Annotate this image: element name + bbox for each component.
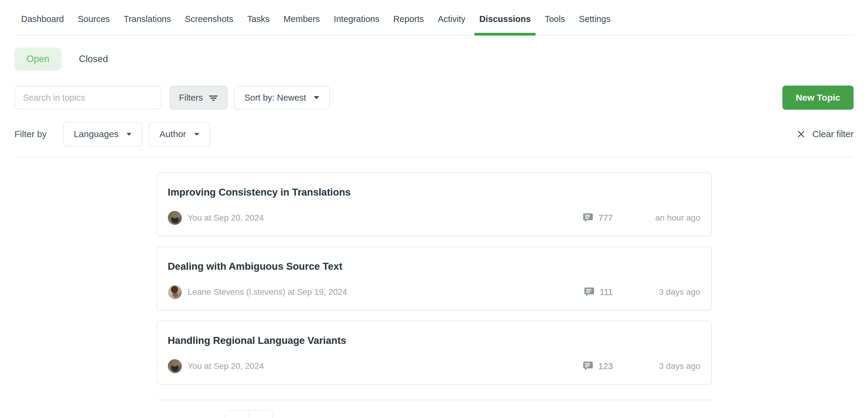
discussion-title: Dealing with Ambiguous Source Text [168, 260, 701, 272]
nav-item-discussions[interactable]: Discussions [479, 0, 531, 35]
nav-items: DashboardSourcesTranslationsScreenshotsT… [14, 0, 854, 35]
discussion-meta-row: You at Sep 20, 2024 123 3 days ago [168, 359, 701, 373]
nav-item-integrations[interactable]: Integrations [334, 0, 379, 35]
comment-bubble-icon [584, 287, 595, 297]
discussion-list: Improving Consistency in Translations Yo… [156, 172, 712, 385]
last-activity-time: 3 days ago [613, 361, 701, 371]
comment-count: 123 [598, 361, 613, 371]
languages-dropdown-label: Languages [74, 129, 119, 139]
languages-dropdown[interactable]: Languages [63, 122, 143, 147]
author-avatar-man-with-glasses [168, 359, 182, 373]
nav-item-settings[interactable]: Settings [579, 0, 611, 35]
next-page-button[interactable] [249, 411, 273, 418]
pagination: 1-3 out of 3 [156, 410, 712, 418]
nav-item-tools[interactable]: Tools [545, 0, 565, 35]
comment-count-group: 123 [583, 361, 613, 372]
toolbar: Filters Sort by: Newest New Topic [14, 86, 854, 110]
tab-open[interactable]: Open [14, 47, 61, 70]
comment-bubble-icon [583, 213, 593, 223]
author-avatar-curly-haired-woman [168, 285, 182, 299]
close-icon [797, 130, 806, 139]
search-input[interactable] [14, 86, 161, 109]
author-and-date: You at Sep 20, 2024 [188, 213, 264, 223]
next-page-cutoff [156, 399, 712, 400]
filter-by-label: Filter by [14, 129, 47, 139]
comment-count-group: 111 [584, 287, 613, 297]
filters-button[interactable]: Filters [170, 86, 227, 109]
discussion-card[interactable]: Dealing with Ambiguous Source Text Leane… [156, 247, 712, 311]
filter-lines-icon [208, 93, 218, 103]
author-and-date: Leane Stevens (l.stevens) at Sep 19, 202… [188, 287, 347, 297]
nav-item-members[interactable]: Members [284, 0, 320, 35]
discussion-meta-row: Leane Stevens (l.stevens) at Sep 19, 202… [168, 285, 701, 299]
page-summary: 1-3 out of 3 [166, 417, 212, 418]
previous-page-button[interactable] [225, 411, 249, 418]
author-dropdown-label: Author [159, 129, 186, 139]
filter-bar: Filter by Languages Author Clear filter [14, 122, 854, 157]
top-navigation: DashboardSourcesTranslationsScreenshotsT… [14, 0, 854, 36]
caret-down-icon [126, 133, 132, 136]
discussion-meta-row: You at Sep 20, 2024 777 an hour ago [168, 211, 701, 225]
discussion-title: Improving Consistency in Translations [168, 186, 701, 198]
nav-item-translations[interactable]: Translations [124, 0, 171, 35]
new-topic-button[interactable]: New Topic [782, 86, 854, 110]
author-avatar-man-with-glasses [168, 211, 182, 225]
caret-down-icon [194, 133, 199, 136]
nav-item-reports[interactable]: Reports [393, 0, 424, 35]
caret-down-icon [313, 96, 319, 99]
filters-button-label: Filters [179, 93, 203, 103]
discussion-card[interactable]: Improving Consistency in Translations Yo… [156, 172, 712, 236]
clear-filter-button[interactable]: Clear filter [797, 129, 854, 139]
sort-by-label: Sort by: Newest [244, 93, 306, 103]
status-tabs: Open Closed [14, 47, 854, 70]
pager-buttons [225, 410, 273, 418]
comment-count-group: 777 [583, 213, 613, 223]
clear-filter-label: Clear filter [812, 129, 854, 139]
author-and-date: You at Sep 20, 2024 [188, 361, 264, 371]
nav-item-activity[interactable]: Activity [438, 0, 465, 35]
discussion-card[interactable]: Handling Regional Language Variants You … [156, 321, 712, 385]
author-dropdown[interactable]: Author [149, 122, 210, 147]
nav-item-sources[interactable]: Sources [78, 0, 110, 35]
nav-item-tasks[interactable]: Tasks [247, 0, 270, 35]
sort-by-button[interactable]: Sort by: Newest [234, 86, 330, 109]
nav-item-screenshots[interactable]: Screenshots [185, 0, 233, 35]
discussion-title: Handling Regional Language Variants [168, 334, 701, 347]
comment-bubble-icon [583, 361, 593, 372]
comment-count: 777 [598, 213, 613, 223]
comment-count: 111 [599, 287, 613, 297]
last-activity-time: 3 days ago [613, 287, 701, 297]
tab-closed[interactable]: Closed [67, 47, 120, 70]
nav-item-dashboard[interactable]: Dashboard [21, 0, 64, 35]
last-activity-time: an hour ago [613, 213, 701, 223]
